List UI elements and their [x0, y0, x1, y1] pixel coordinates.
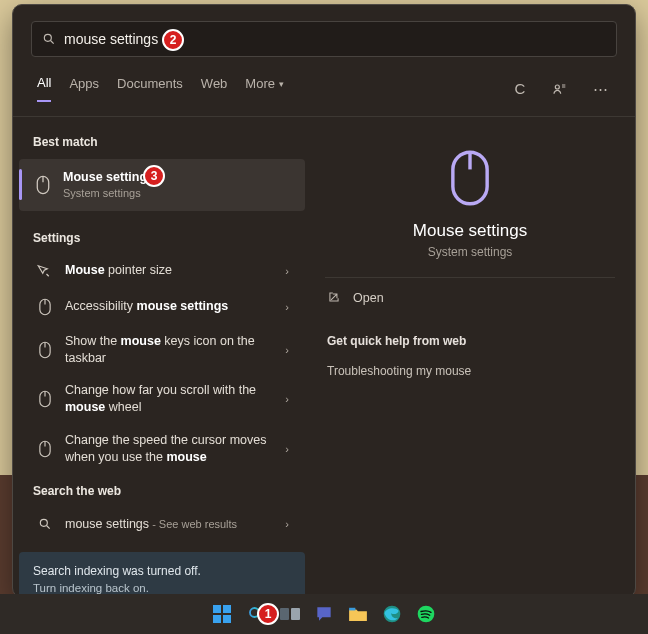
svg-rect-20 — [223, 615, 231, 623]
taskbar-chat[interactable] — [311, 601, 337, 627]
web-result[interactable]: mouse settings - See web results › — [19, 506, 305, 542]
taskbar-taskview[interactable] — [277, 601, 303, 627]
taskbar-edge[interactable] — [379, 601, 405, 627]
svg-rect-25 — [349, 608, 355, 611]
start-button[interactable] — [209, 601, 235, 627]
settings-result[interactable]: Mouse pointer size› — [19, 253, 305, 289]
tab-apps[interactable]: Apps — [69, 76, 99, 101]
chevron-right-icon: › — [285, 301, 289, 313]
indexing-notice[interactable]: Search indexing was turned off. Turn ind… — [19, 552, 305, 599]
chevron-right-icon: › — [285, 393, 289, 405]
svg-point-0 — [44, 34, 51, 41]
svg-point-2 — [555, 85, 559, 89]
result-icon — [35, 297, 55, 317]
settings-result[interactable]: Change how far you scroll with the mouse… — [19, 374, 305, 424]
search-icon — [35, 514, 55, 534]
settings-result[interactable]: Accessibility mouse settings› — [19, 289, 305, 325]
settings-result[interactable]: Change the speed the cursor moves when y… — [19, 424, 305, 474]
taskbar-explorer[interactable] — [345, 601, 371, 627]
preview-panel: Mouse settings System settings Open Get … — [311, 117, 635, 599]
annotation-badge-2: 2 — [162, 29, 184, 51]
refresh-icon[interactable]: C — [509, 78, 531, 100]
svg-rect-18 — [223, 605, 231, 613]
search-bar[interactable]: 2 — [31, 21, 617, 57]
tab-documents[interactable]: Documents — [117, 76, 183, 101]
svg-rect-17 — [213, 605, 221, 613]
notice-line1: Search indexing was turned off. — [33, 562, 291, 580]
taskbar-search[interactable]: 1 — [243, 601, 269, 627]
svg-rect-19 — [213, 615, 221, 623]
mouse-icon — [33, 175, 53, 195]
svg-line-1 — [51, 41, 54, 44]
tab-web[interactable]: Web — [201, 76, 228, 101]
more-options-icon[interactable]: ⋯ — [589, 78, 611, 100]
taskbar: 1 — [0, 594, 648, 634]
result-icon — [35, 439, 55, 459]
preview-mouse-icon — [441, 149, 499, 207]
preview-title: Mouse settings — [413, 221, 527, 241]
account-icon[interactable] — [549, 78, 571, 100]
chevron-down-icon: ▾ — [279, 79, 284, 89]
chevron-right-icon: › — [285, 344, 289, 356]
taskbar-spotify[interactable] — [413, 601, 439, 627]
svg-rect-23 — [280, 608, 289, 620]
preview-subtitle: System settings — [428, 245, 513, 259]
preview-help-header: Get quick help from web — [325, 318, 615, 356]
search-panel: 2 All Apps Documents Web More▾ C ⋯ Best … — [12, 4, 636, 598]
preview-help-link[interactable]: Troubleshooting my mouse — [325, 356, 615, 386]
filter-bar: All Apps Documents Web More▾ C ⋯ — [13, 65, 635, 117]
result-icon — [35, 389, 55, 409]
best-match-title: Mouse settings — [63, 170, 154, 184]
search-icon — [42, 32, 56, 46]
results-panel: Best match Mouse settings System setting… — [13, 117, 311, 599]
svg-line-14 — [47, 526, 50, 529]
chevron-right-icon: › — [285, 518, 289, 530]
section-best-match: Best match — [13, 125, 311, 157]
search-input[interactable] — [64, 31, 606, 47]
result-icon — [35, 261, 55, 281]
tab-all[interactable]: All — [37, 75, 51, 102]
svg-point-13 — [40, 519, 47, 526]
section-settings: Settings — [13, 221, 311, 253]
best-match-subtitle: System settings — [63, 186, 291, 201]
svg-rect-24 — [291, 608, 300, 620]
chevron-right-icon: › — [285, 265, 289, 277]
open-icon — [327, 290, 343, 306]
result-icon — [35, 340, 55, 360]
annotation-badge-1: 1 — [257, 603, 279, 625]
chevron-right-icon: › — [285, 443, 289, 455]
annotation-badge-3: 3 — [143, 165, 165, 187]
settings-result[interactable]: Show the mouse keys icon on the taskbar› — [19, 325, 305, 375]
preview-open[interactable]: Open — [325, 278, 615, 318]
best-match-result[interactable]: Mouse settings System settings 3 — [19, 159, 305, 211]
tab-more[interactable]: More▾ — [245, 76, 284, 101]
section-search-web: Search the web — [13, 474, 311, 506]
